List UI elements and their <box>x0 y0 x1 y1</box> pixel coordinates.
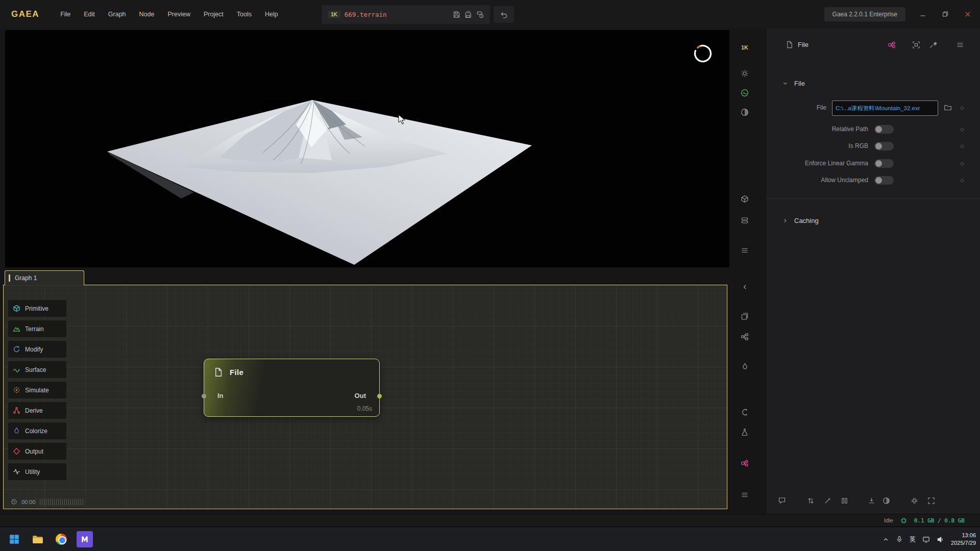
node-port-out[interactable] <box>377 394 382 398</box>
node-category-simulate[interactable]: Simulate <box>8 382 66 398</box>
toggle-label: Relative Path <box>766 126 868 133</box>
node-category-output[interactable]: Output <box>8 443 66 460</box>
sun-lighting-icon[interactable] <box>729 68 760 79</box>
menu-edit[interactable]: Edit <box>77 0 102 29</box>
section-file-label: File <box>794 80 805 87</box>
node-graph-icon[interactable] <box>729 331 760 342</box>
undo-button[interactable] <box>494 6 514 23</box>
taskbar-clock[interactable]: 13:06 2025/7/29 <box>951 532 976 547</box>
file-node-icon <box>213 367 223 377</box>
is-rgb-toggle[interactable] <box>874 142 894 151</box>
file-explorer-icon[interactable] <box>30 531 46 547</box>
insert-below-icon[interactable] <box>864 493 878 508</box>
menu-tools[interactable]: Tools <box>230 0 258 29</box>
section-caching[interactable]: Caching <box>766 211 980 230</box>
category-label: Colorize <box>25 428 47 435</box>
menu-project[interactable]: Project <box>197 0 230 29</box>
node-color-icon[interactable] <box>888 41 896 49</box>
fullscreen-icon[interactable] <box>924 493 938 508</box>
toggle-row-relative-path: Relative Path <box>766 121 980 137</box>
bounding-frame-icon[interactable] <box>912 41 920 49</box>
layers-icon[interactable] <box>729 215 760 226</box>
graph-tab[interactable]: Graph 1 <box>5 270 84 285</box>
binding-diamond-icon[interactable] <box>960 127 965 132</box>
speaker-icon[interactable] <box>937 536 944 543</box>
pen-icon[interactable] <box>820 493 835 508</box>
browse-folder-icon[interactable] <box>944 104 952 112</box>
shared-node-icon[interactable] <box>729 458 760 469</box>
node-category-utility[interactable]: Utility <box>8 463 66 480</box>
binding-diamond-icon[interactable] <box>960 106 965 111</box>
document-tab[interactable]: 1K 669.terrain <box>322 5 490 24</box>
binding-diamond-icon[interactable] <box>960 178 965 183</box>
save-copy-icon[interactable] <box>464 11 472 18</box>
language-indicator[interactable]: 英 <box>910 535 916 544</box>
sort-arrows-icon[interactable] <box>803 493 818 508</box>
save-icon[interactable] <box>453 11 460 18</box>
node-category-derive[interactable]: Derive <box>8 402 66 419</box>
version-button[interactable]: Gaea 2.2.0.1 Enterprise <box>824 7 905 21</box>
collapse-view-icon[interactable] <box>907 493 921 508</box>
erosion-droplet-icon[interactable] <box>729 361 760 372</box>
section-file[interactable]: File <box>766 74 980 92</box>
node-category-colorize[interactable]: Colorize <box>8 422 66 439</box>
node-port-in-label: In <box>217 392 224 399</box>
node-file[interactable]: File In Out 0.05s <box>204 359 380 417</box>
clip-box-icon[interactable] <box>729 193 760 205</box>
flask-icon[interactable] <box>729 427 760 438</box>
viewport-menu-icon[interactable] <box>729 245 760 256</box>
menu-graph[interactable]: Graph <box>102 0 133 29</box>
contrast-icon[interactable] <box>879 493 893 508</box>
graph-canvas[interactable]: Primitive Terrain Modify Surface Simulat… <box>3 285 727 509</box>
maximize-button[interactable] <box>940 11 950 17</box>
water-toggle-icon[interactable] <box>729 87 760 98</box>
start-button[interactable] <box>6 531 22 547</box>
timeline-scrubber[interactable] <box>40 499 85 505</box>
graph-tab-accent <box>9 274 10 282</box>
file-doc-icon <box>786 41 793 48</box>
m-app-icon[interactable] <box>77 531 93 547</box>
relative-path-toggle[interactable] <box>874 125 894 134</box>
file-path-input[interactable]: C:\...a课程资料\Mountain_32.exr <box>832 101 938 116</box>
binding-diamond-icon[interactable] <box>960 144 965 149</box>
graph-menu-icon[interactable] <box>729 489 760 500</box>
globe-shading-icon[interactable] <box>729 107 760 118</box>
category-label: Output <box>25 448 43 455</box>
minimize-button[interactable] <box>918 11 928 17</box>
viewport-resolution-badge[interactable]: 1K <box>729 42 760 53</box>
enforce-linear-gamma-toggle[interactable] <box>874 159 894 168</box>
node-category-terrain[interactable]: Terrain <box>8 320 66 337</box>
close-button[interactable] <box>963 11 973 17</box>
menu-help[interactable]: Help <box>258 0 285 29</box>
menu-preview[interactable]: Preview <box>161 0 197 29</box>
comment-icon[interactable] <box>775 493 789 508</box>
node-category-surface[interactable]: Surface <box>8 361 66 378</box>
toggle-label: Is RGB <box>766 142 868 149</box>
duplicate-icon[interactable] <box>729 311 760 322</box>
menu-node[interactable]: Node <box>133 0 161 29</box>
windows-taskbar: 英 13:06 2025/7/29 <box>0 527 980 551</box>
node-category-primitive[interactable]: Primitive <box>8 300 66 317</box>
properties-menu-icon[interactable] <box>956 41 964 49</box>
chrome-browser-icon[interactable] <box>53 531 69 547</box>
columns-icon[interactable] <box>837 493 851 508</box>
starburst-icon <box>13 386 20 394</box>
menu-file[interactable]: File <box>54 0 77 29</box>
node-port-in[interactable] <box>202 394 206 398</box>
tools-wrench-icon[interactable] <box>929 41 937 49</box>
tray-chevron-up-icon[interactable] <box>883 536 889 543</box>
microphone-icon[interactable] <box>896 536 903 543</box>
binding-diamond-icon[interactable] <box>960 161 965 166</box>
collapse-panel-icon[interactable] <box>729 281 760 292</box>
node-category-modify[interactable]: Modify <box>8 341 66 358</box>
branch-icon <box>13 407 20 414</box>
memory-chip-icon <box>900 517 907 524</box>
save-version-icon[interactable] <box>476 11 484 18</box>
viewport-3d[interactable] <box>5 30 729 267</box>
category-label: Surface <box>25 366 46 373</box>
app-logo: GAEA <box>11 9 39 19</box>
allow-unclamped-toggle[interactable] <box>874 176 894 185</box>
magnet-icon[interactable] <box>729 407 760 418</box>
document-name: 669.terrain <box>345 11 449 18</box>
network-display-icon[interactable] <box>922 536 930 543</box>
